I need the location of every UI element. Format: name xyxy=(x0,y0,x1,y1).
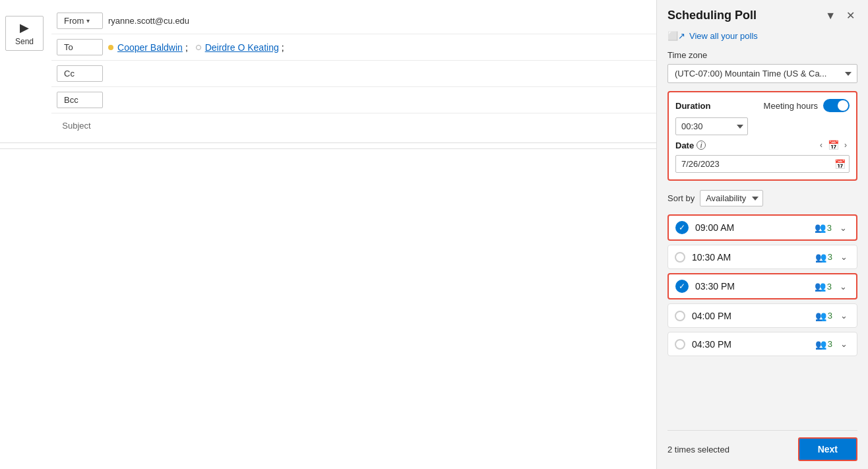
people-icon-3: 👥 xyxy=(815,311,826,321)
expand-button-4[interactable]: ⌄ xyxy=(838,338,850,350)
time-slot-1[interactable]: 10:30 AM 👥 3 ⌄ xyxy=(667,245,857,269)
meeting-hours-toggle[interactable] xyxy=(823,99,850,112)
expand-button-0[interactable]: ⌄ xyxy=(837,222,850,234)
scheduling-panel: Scheduling Poll ▼ ✕ ⬜↗ View all your pol… xyxy=(657,0,868,469)
slot-actions-2: 👥 3 ⌄ xyxy=(815,280,850,293)
slot-attendees-1: 👥 3 xyxy=(815,252,832,263)
people-icon-0: 👥 xyxy=(815,222,826,233)
slot-time-4: 04:30 PM xyxy=(692,339,809,350)
slot-actions-4: 👥 3 ⌄ xyxy=(815,338,850,350)
from-email: ryanne.scott@cu.edu xyxy=(103,13,651,28)
collapse-icon: ▼ xyxy=(825,10,836,21)
slot-time-2: 03:30 PM xyxy=(695,281,808,292)
bcc-label: Bcc xyxy=(64,95,78,105)
duration-select[interactable]: 00:30 xyxy=(675,117,748,135)
slot-radio-4 xyxy=(675,339,685,350)
slot-radio-3 xyxy=(675,311,685,321)
send-icon: ▶ xyxy=(20,20,29,35)
expand-button-1[interactable]: ⌄ xyxy=(838,251,850,263)
cc-button[interactable]: Cc xyxy=(57,65,103,82)
timezone-section: Time zone (UTC-07:00) Mountain Time (US … xyxy=(667,50,857,91)
next-button[interactable]: Next xyxy=(798,437,857,461)
recipient-cooper[interactable]: Cooper Baldwin xyxy=(117,42,183,53)
calendar-grid-icon: 📅 xyxy=(828,140,839,150)
slot-time-3: 04:00 PM xyxy=(692,311,809,321)
duration-label: Duration xyxy=(675,101,710,111)
send-label: Send xyxy=(15,37,34,46)
date-label: Date i xyxy=(675,141,706,150)
timezone-select[interactable]: (UTC-07:00) Mountain Time (US & Ca... xyxy=(667,64,857,83)
slot-time-1: 10:30 AM xyxy=(692,252,809,263)
bcc-input[interactable] xyxy=(103,92,651,108)
slot-attendees-0: 👥 3 xyxy=(815,222,832,233)
subject-label: Subject xyxy=(57,121,96,131)
recipient-dot-white-icon xyxy=(196,45,201,50)
subject-input[interactable] xyxy=(96,118,651,133)
from-label: From xyxy=(64,16,84,26)
slot-attendees-4: 👥 3 xyxy=(815,339,832,350)
close-button[interactable]: ✕ xyxy=(844,8,857,23)
to-button[interactable]: To xyxy=(57,39,103,55)
panel-header: Scheduling Poll ▼ ✕ xyxy=(667,8,857,23)
duration-date-section: Duration Meeting hours 00:30 Date i ‹ 📅 xyxy=(667,91,857,181)
external-link-icon: ⬜↗ xyxy=(667,31,685,41)
panel-title: Scheduling Poll xyxy=(667,9,757,22)
slot-actions-0: 👥 3 ⌄ xyxy=(815,222,850,234)
time-slots-list: ✓ 09:00 AM 👥 3 ⌄ 10:30 AM 👥 3 ⌄ xyxy=(667,214,857,425)
recipient-dot-yellow-icon xyxy=(108,45,113,50)
bcc-button[interactable]: Bcc xyxy=(57,92,103,108)
slot-attendees-2: 👥 3 xyxy=(815,281,832,292)
times-selected: 2 times selected xyxy=(667,445,729,454)
date-section: Date i ‹ 📅 › 📅 xyxy=(675,139,850,173)
from-button[interactable]: From ▾ xyxy=(57,13,103,29)
time-slot-3[interactable]: 04:00 PM 👥 3 ⌄ xyxy=(667,303,857,328)
meeting-hours-row: Meeting hours xyxy=(764,99,850,112)
panel-controls: ▼ ✕ xyxy=(822,8,857,23)
date-info-icon[interactable]: i xyxy=(697,141,706,150)
from-row: From ▾ ryanne.scott@cu.edu xyxy=(51,8,656,34)
expand-button-3[interactable]: ⌄ xyxy=(838,309,850,322)
duration-row: Duration Meeting hours xyxy=(675,99,850,112)
date-nav: ‹ 📅 › xyxy=(817,139,850,151)
people-icon-2: 👥 xyxy=(815,281,826,292)
cc-row: Cc xyxy=(51,61,656,87)
time-slot-2[interactable]: ✓ 03:30 PM 👥 3 ⌄ xyxy=(667,273,857,299)
date-header-row: Date i ‹ 📅 › xyxy=(675,139,850,151)
people-icon-4: 👥 xyxy=(815,339,826,350)
send-button[interactable]: ▶ Send xyxy=(5,16,44,51)
calendar-icon-button[interactable]: 📅 xyxy=(834,159,846,170)
date-prev-button[interactable]: ‹ xyxy=(817,139,825,151)
people-icon-1: 👥 xyxy=(815,252,826,263)
time-slot-4[interactable]: 04:30 PM 👥 3 ⌄ xyxy=(667,332,857,356)
email-fields: From ▾ ryanne.scott@cu.edu To Cooper Bal… xyxy=(51,8,656,137)
cc-input[interactable] xyxy=(103,66,651,81)
cc-label: Cc xyxy=(64,69,75,78)
view-all-polls-label: View all your polls xyxy=(689,31,758,41)
bcc-row: Bcc xyxy=(51,87,656,113)
slot-actions-3: 👥 3 ⌄ xyxy=(815,309,850,322)
to-label: To xyxy=(64,42,73,52)
recipient-deirdre[interactable]: Deirdre O Keating xyxy=(205,42,279,53)
sort-select[interactable]: Availability xyxy=(700,190,763,206)
date-input-wrap: 📅 xyxy=(675,155,850,173)
date-next-button[interactable]: › xyxy=(842,139,850,151)
to-recipients: Cooper Baldwin; Deirdre O Keating; xyxy=(103,40,651,55)
duration-select-wrap: 00:30 xyxy=(675,117,748,135)
expand-button-2[interactable]: ⌄ xyxy=(837,280,850,293)
date-input[interactable] xyxy=(675,155,850,173)
panel-footer: 2 times selected Next xyxy=(667,430,857,461)
slot-radio-1 xyxy=(675,252,685,263)
email-compose-panel: ▶ Send From ▾ ryanne.scott@cu.edu To Coo… xyxy=(0,0,657,469)
slot-check-icon-0: ✓ xyxy=(675,221,689,234)
timezone-label: Time zone xyxy=(667,50,857,60)
collapse-button[interactable]: ▼ xyxy=(822,8,838,23)
slot-time-0: 09:00 AM xyxy=(695,222,808,233)
view-all-polls-link[interactable]: ⬜↗ View all your polls xyxy=(667,31,857,41)
slot-check-icon-2: ✓ xyxy=(675,280,689,293)
slot-actions-1: 👥 3 ⌄ xyxy=(815,251,850,263)
sort-label: Sort by xyxy=(667,193,695,203)
email-body[interactable] xyxy=(0,148,656,469)
sort-row: Sort by Availability xyxy=(667,190,857,206)
time-slot-0[interactable]: ✓ 09:00 AM 👥 3 ⌄ xyxy=(667,214,857,241)
to-row: To Cooper Baldwin; Deirdre O Keating; xyxy=(51,34,656,61)
